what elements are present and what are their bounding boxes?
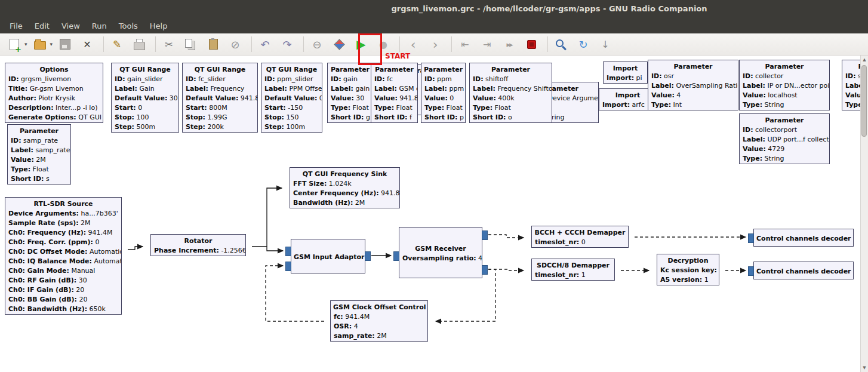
paste-icon[interactable] [204,35,223,53]
stop-icon[interactable] [522,35,541,53]
save-icon[interactable] [56,35,75,53]
input-port[interactable] [290,184,290,193]
input-port[interactable] [330,317,331,327]
block-input-adaptor[interactable]: GSM Input Adaptor [291,239,365,273]
block-rtlsdr[interactable]: RTL-SDR SourceDevice Arguments: ha...7b3… [5,197,122,315]
connection-rotator-inputadaptor[interactable] [267,247,283,251]
connection-receiver-sdcch[interactable] [488,269,524,270]
print-icon[interactable] [130,35,149,53]
block-param: ID: samp_rate [8,136,70,146]
input-port[interactable] [531,233,532,242]
forward-icon[interactable]: › [426,35,445,53]
menu-tools[interactable]: Tools [113,19,144,33]
copy-icon[interactable] [181,35,201,53]
menu-run[interactable]: Run [86,19,113,33]
block-import-pi[interactable]: ImportImport: pi [603,62,648,84]
connection-rtlsdr-rotator[interactable] [128,247,143,250]
block-gain[interactable]: ParameterID: gainLabel: gainValue: 30Typ… [327,63,373,123]
jump-back-icon[interactable]: ⇤ [455,35,475,53]
output-port[interactable] [482,230,488,240]
edit-icon[interactable]: ✎ [107,35,127,53]
scrollbar-thumb[interactable] [861,65,867,137]
reload-icon[interactable]: ↻ [574,35,593,53]
output-port[interactable] [628,233,629,242]
output-port[interactable] [365,251,371,261]
menu-view[interactable]: View [56,19,86,33]
menu-edit[interactable]: Edit [29,19,56,33]
block-collector[interactable]: ParameterID: collectorLabel: IP or DN...… [739,60,830,110]
block-sdcch[interactable]: SDCCH/8 Demappertimeslot_nr: 1 [531,259,615,281]
block-gain-slider[interactable]: QT GUI RangeID: gain_sliderLabel: GainDe… [111,63,179,133]
block-param: Start: -150 [261,103,322,113]
input-port[interactable] [285,262,291,271]
block-decryption[interactable]: DecryptionKc session key: A5 version: 1 [657,254,719,285]
block-options[interactable]: OptionsID: grgsm_livemonTitle: Gr-gsm Li… [5,63,103,123]
input-port[interactable] [657,266,657,276]
block-clock-ctrl[interactable]: GSM Clock Offset Controlfc: 941.4MOSR: 4… [330,300,428,342]
block-title: BCCH + CCCH Demapper [532,226,628,238]
block-param: Short ID: p [421,113,465,122]
block-param: Label: ppm [421,84,465,94]
block-param: Type: Float [470,103,552,113]
back-icon[interactable]: ‹ [404,35,423,53]
block-param: Short ID: f [371,113,417,122]
output-port[interactable] [614,266,615,276]
block-ppm-slider[interactable]: QT GUI RangeID: ppm_sliderLabel: PPM Off… [261,63,322,133]
input-port[interactable] [748,233,754,243]
block-osr[interactable]: ParameterID: osrLabel: OverSampling Rati… [648,60,738,110]
input-port[interactable] [150,242,151,252]
scroll-down-icon[interactable]: ▼ [861,364,868,372]
block-bcch[interactable]: BCCH + CCCH Demappertimeslot_nr: 0 [531,226,629,248]
open-file-icon-caret[interactable]: ▾ [50,41,53,47]
block-ppm[interactable]: ParameterID: ppmLabel: ppmValue: 0Type: … [421,63,466,123]
block-samp-rate[interactable]: ParameterID: samp_rateLabel: samp_rateVa… [7,124,71,185]
fast-forward-icon[interactable]: ▸▸ [500,35,519,53]
block-title: Parameter [648,60,738,72]
block-cc-decoder2[interactable]: Control channels decoder [753,262,854,279]
block-param: Author: Piotr Krysik [5,94,103,103]
block-shiftoff[interactable]: ParameterID: shiftoffLabel: Frequency Sh… [469,63,552,123]
block-param: Label: PPM Offset [261,84,322,94]
vertical-scrollbar[interactable]: ▲ ▼ [860,56,868,372]
down-arrow-icon[interactable]: ↓ [596,35,615,53]
find-icon[interactable] [552,35,571,53]
block-param: Value: 4 [648,91,738,100]
menu-help[interactable]: Help [144,19,174,33]
output-port[interactable] [482,265,488,275]
input-port[interactable] [748,266,754,276]
connection-clockctrl-inputadaptor[interactable] [266,266,324,321]
cut-icon[interactable]: ✂ [159,35,178,53]
new-file-icon[interactable] [5,35,24,53]
redo-icon[interactable]: ↷ [278,35,297,53]
open-file-icon[interactable] [30,35,50,53]
block-collectorport[interactable]: ParameterID: collectorportLabel: UDP por… [739,113,830,164]
flowgraph-canvas[interactable]: ParameterParameterLabel: Device Argument… [0,0,868,372]
close-icon[interactable]: ✕ [78,35,97,53]
block-receiver[interactable]: GSM ReceiverOversampling ratio: 4 [399,227,482,278]
block-fc[interactable]: ParameterID: fcLabel: GSM chaValue: 941.… [371,63,418,123]
block-freq-sink[interactable]: QT GUI Frequency SinkFFT Size: 1.024kCen… [290,167,400,208]
block-param: Oversampling ratio: 4 [399,254,482,263]
generate-icon[interactable] [330,35,349,53]
undo-icon[interactable]: ↶ [256,35,275,53]
block-cc-decoder1[interactable]: Control channels decoder [753,229,854,247]
jump-forward-icon[interactable]: ⇥ [478,35,497,53]
block-rotator[interactable]: RotatorPhase Increment: -1.25664 [150,234,246,256]
input-port[interactable] [393,251,399,261]
errors-icon[interactable]: ⊖ [307,35,327,53]
connection-rotator-freqsink[interactable] [252,188,282,247]
output-port[interactable] [245,242,246,252]
output-port[interactable] [121,245,122,255]
delete-icon[interactable]: ⊘ [226,35,245,53]
copy-icon [185,39,192,48]
menu-file[interactable]: File [4,19,29,33]
output-port[interactable] [719,266,719,276]
new-file-icon-caret[interactable]: ▾ [24,41,27,47]
block-fc-slider[interactable]: QT GUI RangeID: fc_sliderLabel: Frequenc… [182,63,258,133]
output-port[interactable] [427,317,428,327]
scroll-up-icon[interactable]: ▲ [861,56,868,64]
connection-receiver-bcch[interactable] [488,235,524,238]
block-param: ID: fc_slider [183,75,257,84]
input-port[interactable] [531,266,532,276]
input-port[interactable] [285,247,291,256]
